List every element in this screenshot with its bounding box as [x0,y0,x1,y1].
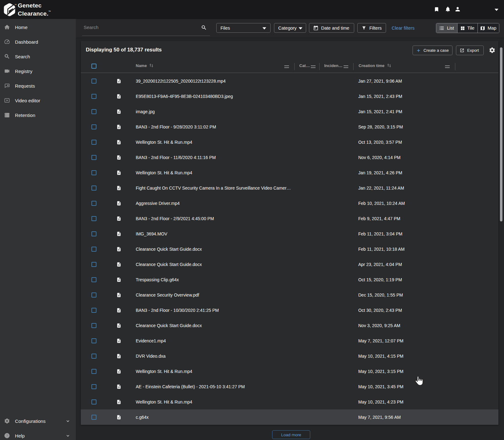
svg-text:?: ? [6,434,8,438]
